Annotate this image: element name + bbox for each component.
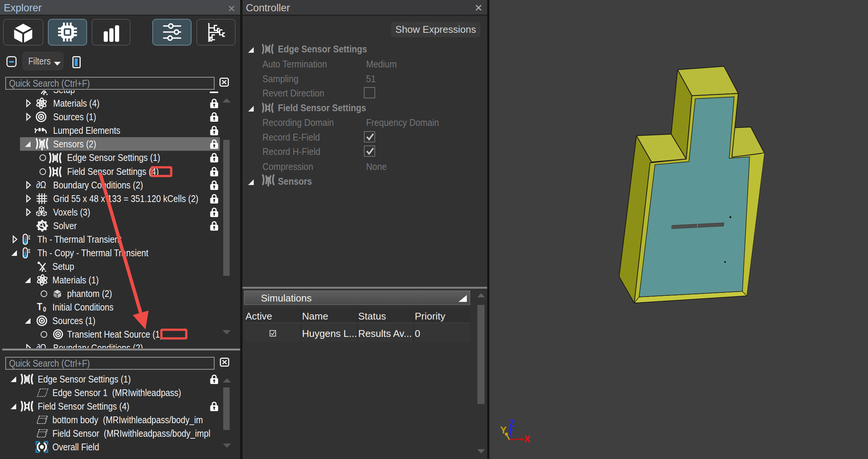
svg-text:Z: Z <box>509 418 515 428</box>
svg-text:Y: Y <box>500 425 507 435</box>
svg-text:X: X <box>524 434 531 444</box>
